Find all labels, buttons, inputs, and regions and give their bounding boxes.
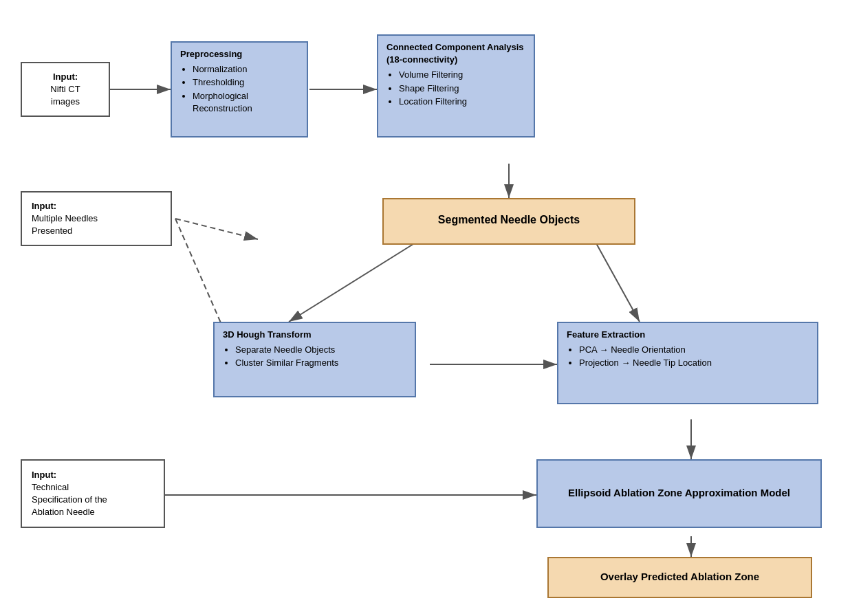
hough-item-2: Cluster Similar Fragments bbox=[235, 357, 406, 369]
preprocessing-item-3: Morphological Reconstruction bbox=[193, 90, 298, 115]
cca-item-3: Location Filtering bbox=[399, 96, 525, 108]
cca-title: Connected Component Analysis (18-connect… bbox=[386, 41, 525, 66]
hough-item-1: Separate Needle Objects bbox=[235, 344, 406, 356]
box-cca: Connected Component Analysis (18-connect… bbox=[377, 34, 535, 138]
box-preprocessing: Preprocessing Normalization Thresholding… bbox=[171, 41, 308, 138]
feature-title: Feature Extraction bbox=[567, 329, 809, 341]
preprocessing-item-2: Thresholding bbox=[193, 76, 298, 89]
feature-item-2: Projection → Needle Tip Location bbox=[579, 357, 809, 369]
feature-item-1: PCA → Needle Orientation bbox=[579, 344, 809, 356]
input-needles-title: Input: bbox=[32, 200, 161, 212]
box-ellipsoid: Ellipsoid Ablation Zone Approximation Mo… bbox=[536, 459, 822, 528]
hough-title: 3D Hough Transform bbox=[223, 329, 406, 341]
input-needles-line2: Presented bbox=[32, 225, 161, 237]
preprocessing-list: Normalization Thresholding Morphological… bbox=[180, 63, 298, 115]
overlay-title: Overlay Predicted Ablation Zone bbox=[600, 569, 759, 584]
ellipsoid-title: Ellipsoid Ablation Zone Approximation Mo… bbox=[568, 485, 790, 500]
diagram: Input: Nifti CT images Preprocessing Nor… bbox=[0, 0, 850, 616]
input-spec-line1: Technical bbox=[32, 481, 154, 494]
box-input-nifti: Input: Nifti CT images bbox=[21, 62, 110, 117]
box-input-spec: Input: Technical Specification of the Ab… bbox=[21, 459, 165, 528]
input-spec-line2: Specification of the bbox=[32, 494, 154, 506]
preprocessing-item-1: Normalization bbox=[193, 63, 298, 76]
preprocessing-title: Preprocessing bbox=[180, 48, 298, 60]
input-spec-title: Input: bbox=[32, 469, 154, 481]
cca-item-1: Volume Filtering bbox=[399, 69, 525, 81]
box-hough: 3D Hough Transform Separate Needle Objec… bbox=[213, 322, 416, 397]
svg-line-8 bbox=[175, 219, 227, 337]
hough-list: Separate Needle Objects Cluster Similar … bbox=[223, 344, 406, 369]
input-nifti-title: Input: bbox=[53, 71, 78, 83]
cca-item-2: Shape Filtering bbox=[399, 82, 525, 95]
svg-line-6 bbox=[593, 237, 640, 322]
svg-line-5 bbox=[289, 237, 424, 322]
feature-list: PCA → Needle Orientation Projection → Ne… bbox=[567, 344, 809, 369]
cca-list: Volume Filtering Shape Filtering Locatio… bbox=[386, 69, 525, 108]
box-feature: Feature Extraction PCA → Needle Orientat… bbox=[557, 322, 818, 404]
input-spec-line3: Ablation Needle bbox=[32, 506, 154, 518]
box-segmented: Segmented Needle Objects bbox=[382, 198, 635, 245]
input-needles-line1: Multiple Needles bbox=[32, 212, 161, 225]
input-nifti-line1: Nifti CT bbox=[50, 83, 80, 96]
input-nifti-line2: images bbox=[51, 96, 80, 108]
box-overlay: Overlay Predicted Ablation Zone bbox=[547, 557, 812, 598]
segmented-title: Segmented Needle Objects bbox=[438, 212, 580, 228]
box-input-needles: Input: Multiple Needles Presented bbox=[21, 191, 172, 246]
svg-line-7 bbox=[175, 219, 258, 239]
